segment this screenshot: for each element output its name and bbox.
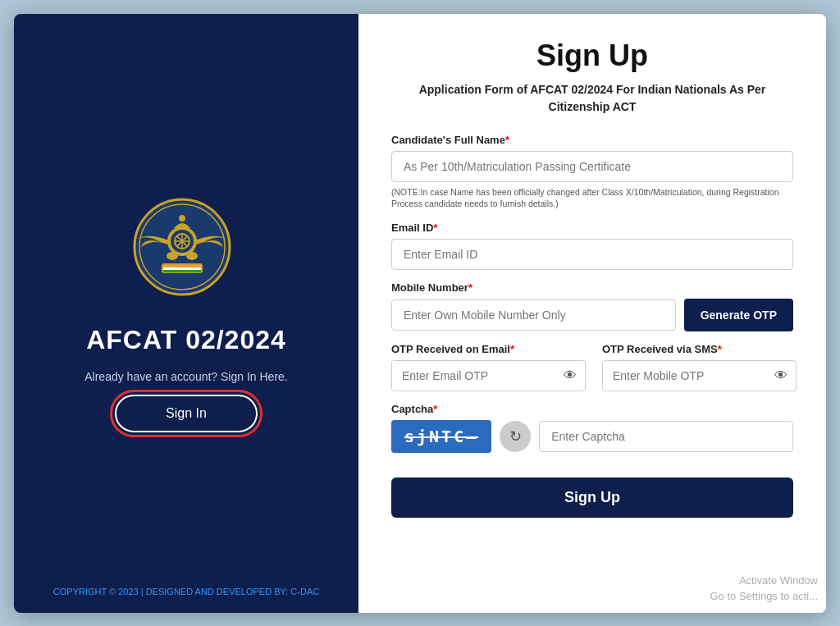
captcha-image: sjNTC— [391, 420, 491, 453]
svg-point-11 [179, 215, 185, 222]
signup-title: Sign Up [391, 39, 793, 73]
air-force-emblem [129, 194, 244, 308]
email-label: Email ID* [391, 222, 793, 234]
signup-button[interactable]: Sign Up [391, 477, 793, 518]
otp-row: OTP Received on Email* 👁 OTP Received vi… [391, 343, 793, 403]
mobile-row: Generate OTP [391, 299, 793, 331]
otp-sms-group: OTP Received via SMS* 👁 [602, 343, 797, 391]
mobile-input[interactable] [391, 299, 676, 331]
fullname-note: (NOTE:In case Name has been officially c… [391, 186, 793, 210]
svg-point-10 [186, 252, 198, 260]
captcha-label: Captcha* [391, 403, 793, 415]
otp-sms-label: OTP Received via SMS* [602, 343, 797, 355]
form-subtitle: Application Form of AFCAT 02/2024 For In… [391, 81, 793, 116]
generate-otp-button[interactable]: Generate OTP [684, 299, 793, 331]
captcha-row: sjNTC— ↻ [391, 420, 793, 453]
otp-email-wrap: 👁 [391, 360, 586, 391]
svg-rect-15 [163, 270, 201, 272]
already-account-text: Already have an account? Sign In Here. [84, 370, 288, 383]
signin-button[interactable]: Sign In [115, 395, 258, 432]
svg-rect-13 [163, 265, 201, 267]
fullname-input[interactable] [391, 151, 793, 182]
left-panel: AFCAT 02/2024 Already have an account? S… [14, 14, 358, 613]
otp-sms-input[interactable] [603, 361, 766, 391]
copyright-text: COPYRIGHT © 2023 | DESIGNED AND DEVELOPE… [53, 587, 319, 596]
mobile-group: Mobile Number* Generate OTP [391, 281, 793, 331]
afcat-title: AFCAT 02/2024 [86, 325, 286, 355]
email-input[interactable] [391, 239, 793, 270]
activate-watermark: Activate Window Go to Settings to acti..… [710, 573, 818, 605]
mobile-label: Mobile Number* [391, 281, 793, 294]
right-panel: Sign Up Application Form of AFCAT 02/202… [358, 14, 826, 613]
otp-email-label: OTP Received on Email* [391, 343, 586, 355]
otp-sms-wrap: 👁 [602, 360, 797, 391]
email-group: Email ID* [391, 222, 793, 270]
fullname-group: Candidate's Full Name* (NOTE:In case Nam… [391, 134, 793, 210]
captcha-input[interactable] [539, 421, 793, 452]
captcha-refresh-button[interactable]: ↻ [500, 421, 531, 452]
otp-email-group: OTP Received on Email* 👁 [391, 343, 586, 391]
captcha-group: Captcha* sjNTC— ↻ [391, 403, 793, 453]
fullname-label: Candidate's Full Name* [391, 134, 793, 146]
svg-rect-14 [163, 267, 201, 270]
otp-sms-eye-icon[interactable]: 👁 [766, 362, 796, 390]
svg-point-9 [167, 252, 178, 260]
otp-email-eye-icon[interactable]: 👁 [555, 362, 585, 390]
otp-email-input[interactable] [392, 361, 555, 391]
